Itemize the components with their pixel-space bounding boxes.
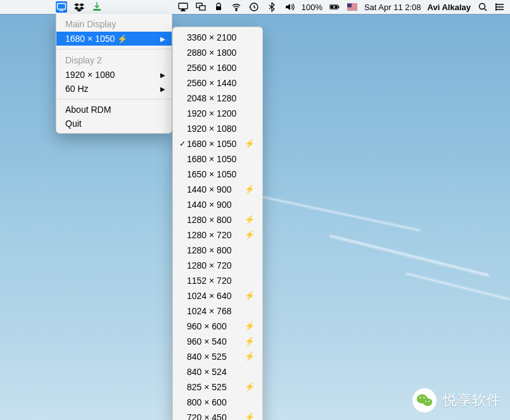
- resolution-option[interactable]: 800 × 600: [173, 395, 262, 410]
- decoration: [405, 272, 510, 300]
- airplay-icon[interactable]: [177, 1, 189, 13]
- resolution-submenu: 3360 × 21002880 × 18002560 × 16002560 × …: [172, 27, 263, 420]
- menu-item-label: 1920 × 1080: [65, 70, 115, 80]
- submenu-arrow-icon: ▶: [160, 35, 165, 42]
- resolution-option[interactable]: 1152 × 720: [173, 273, 262, 288]
- resolution-option[interactable]: 2880 × 1800: [173, 45, 262, 60]
- wechat-icon: [412, 388, 437, 412]
- menubar-datetime[interactable]: Sat Apr 11 2:08: [364, 3, 421, 12]
- watermark-text: 悦享软件: [443, 391, 501, 410]
- menu-item-quit[interactable]: Quit: [56, 117, 172, 130]
- svg-rect-16: [347, 8, 357, 9]
- rdm-menubar-icon[interactable]: [56, 1, 67, 13]
- resolution-option[interactable]: 1920 × 1080: [173, 121, 262, 136]
- resolution-label: 960 × 600: [187, 320, 241, 333]
- rdm-menu: Main Display 1680 × 1050⚡ ▶ Display 2 19…: [56, 14, 172, 134]
- resolution-option[interactable]: 1280 × 720: [173, 258, 262, 273]
- resolution-label: 720 × 450: [187, 411, 241, 420]
- notification-center-icon[interactable]: [495, 1, 506, 13]
- lock-icon[interactable]: [213, 1, 224, 13]
- resolution-option[interactable]: 2560 × 1600: [173, 60, 262, 75]
- resolution-option[interactable]: 1680 × 1050: [173, 151, 262, 167]
- svg-point-27: [425, 401, 426, 402]
- resolution-option[interactable]: 1280 × 800: [173, 243, 262, 258]
- resolution-label: 1152 × 720: [187, 274, 255, 287]
- svg-point-22: [495, 9, 497, 10]
- mission-control-icon[interactable]: [195, 1, 207, 13]
- resolution-option[interactable]: 720 × 450⚡: [173, 410, 262, 420]
- volume-icon[interactable]: [284, 1, 295, 13]
- dropbox-icon[interactable]: [73, 1, 85, 13]
- hidpi-bolt-icon: ⚡: [245, 213, 255, 226]
- hidpi-bolt-icon: ⚡: [245, 229, 255, 241]
- menu-item-about[interactable]: About RDM: [56, 103, 172, 117]
- resolution-label: 2560 × 1440: [187, 77, 255, 89]
- svg-rect-11: [338, 6, 339, 8]
- menu-item-label: Quit: [65, 118, 82, 129]
- menu-item-label: 1680 × 1050: [65, 34, 115, 44]
- svg-rect-5: [200, 6, 205, 10]
- bluetooth-icon[interactable]: [266, 1, 277, 13]
- resolution-option[interactable]: ✓1680 × 1050⚡: [173, 136, 262, 151]
- resolution-label: 1280 × 800: [187, 213, 241, 226]
- spotlight-icon[interactable]: [477, 1, 488, 13]
- resolution-option[interactable]: 960 × 600⚡: [173, 319, 262, 334]
- resolution-label: 800 × 600: [187, 396, 255, 409]
- menu-item-d2-resolution[interactable]: 1920 × 1080 ▶: [56, 68, 172, 82]
- resolution-option[interactable]: 2048 × 1280: [173, 91, 262, 106]
- resolution-option[interactable]: 1024 × 640⚡: [173, 288, 262, 303]
- resolution-option[interactable]: 1920 × 1200: [173, 106, 262, 121]
- flag-icon[interactable]: [347, 1, 358, 13]
- watermark: 悦享软件: [412, 388, 501, 412]
- svg-rect-6: [216, 6, 221, 10]
- hidpi-bolt-icon: ⚡: [245, 350, 255, 363]
- menubar-right: 100% Sat Apr 11 2:08 Avi Alkalay: [177, 1, 506, 13]
- resolution-option[interactable]: 840 × 525⚡: [173, 349, 262, 364]
- resolution-label: 2880 × 1800: [187, 46, 255, 59]
- check-icon: ✓: [178, 137, 187, 150]
- resolution-label: 1680 × 1050: [187, 153, 255, 165]
- svg-point-24: [423, 398, 432, 406]
- menubar-username[interactable]: Avi Alkalay: [428, 3, 471, 12]
- resolution-option[interactable]: 1280 × 800⚡: [173, 212, 262, 227]
- resolution-option[interactable]: 2560 × 1440: [173, 75, 262, 91]
- resolution-option[interactable]: 840 × 524: [173, 364, 262, 379]
- resolution-label: 840 × 524: [187, 366, 255, 378]
- resolution-label: 1650 × 1050: [187, 168, 255, 181]
- download-icon[interactable]: [91, 1, 103, 13]
- submenu-arrow-icon: ▶: [160, 72, 165, 79]
- resolution-label: 1024 × 768: [187, 305, 255, 317]
- resolution-option[interactable]: 3360 × 2100: [173, 30, 262, 45]
- timemachine-icon[interactable]: [248, 1, 260, 13]
- menu-item-label: About RDM: [65, 105, 111, 115]
- resolution-label: 960 × 540: [187, 335, 241, 348]
- resolution-option[interactable]: 825 × 525⚡: [173, 379, 262, 395]
- resolution-option[interactable]: 960 × 540⚡: [173, 334, 262, 349]
- resolution-label: 1024 × 640: [187, 290, 241, 302]
- hidpi-bolt-icon: ⚡: [245, 320, 255, 333]
- menubar: 100% Sat Apr 11 2:08 Avi Alkalay: [0, 0, 510, 14]
- svg-rect-2: [93, 9, 101, 11]
- resolution-label: 1440 × 900: [187, 198, 255, 211]
- resolution-label: 840 × 525: [187, 350, 241, 363]
- hidpi-bolt-icon: ⚡: [245, 381, 255, 393]
- wifi-icon[interactable]: [231, 1, 242, 13]
- resolution-option[interactable]: 1024 × 768: [173, 303, 262, 319]
- resolution-option[interactable]: 1440 × 900: [173, 197, 262, 212]
- menu-item-d2-refresh[interactable]: 60 Hz ▶: [56, 82, 172, 96]
- resolution-label: 1920 × 1200: [187, 107, 255, 120]
- menu-separator: [56, 49, 172, 49]
- resolution-label: 3360 × 2100: [187, 31, 255, 44]
- battery-icon[interactable]: [329, 1, 340, 13]
- battery-percent[interactable]: 100%: [302, 3, 322, 12]
- svg-point-28: [428, 401, 430, 402]
- resolution-option[interactable]: 1280 × 720⚡: [173, 227, 262, 243]
- resolution-option[interactable]: 1650 × 1050: [173, 167, 262, 182]
- menubar-left-icons: [56, 1, 103, 13]
- resolution-option[interactable]: 1440 × 900⚡: [173, 182, 262, 197]
- menu-item-label: 60 Hz: [65, 84, 89, 94]
- hidpi-bolt-icon: ⚡: [245, 335, 255, 348]
- resolution-label: 1440 × 900: [187, 183, 241, 196]
- hidpi-bolt-icon: ⚡: [245, 290, 255, 302]
- menu-item-main-resolution[interactable]: 1680 × 1050⚡ ▶: [56, 32, 172, 46]
